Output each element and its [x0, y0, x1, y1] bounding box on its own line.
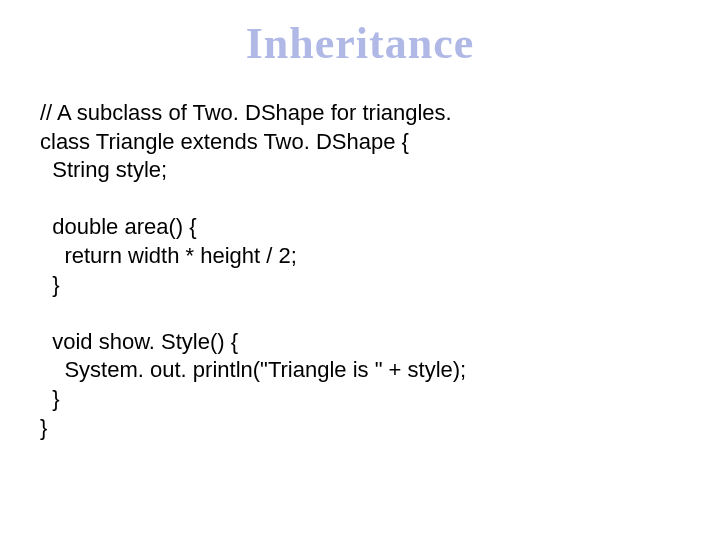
code-block: // A subclass of Two. DShape for triangl…: [40, 99, 690, 442]
slide-title: Inheritance: [30, 18, 690, 69]
slide: Inheritance // A subclass of Two. DShape…: [0, 0, 720, 540]
